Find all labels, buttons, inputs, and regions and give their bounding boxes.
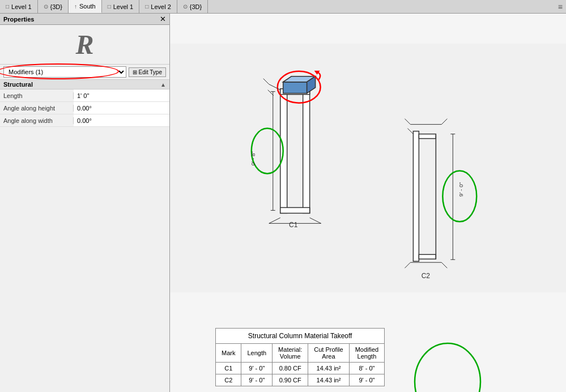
tab-3da[interactable]: ⊙ {3D} bbox=[38, 0, 69, 13]
close-icon[interactable]: ✕ bbox=[160, 15, 166, 23]
tab-level1b[interactable]: □ Level 1 bbox=[102, 0, 140, 13]
properties-title: Properties bbox=[3, 16, 34, 23]
tab-level2[interactable]: □ Level 2 bbox=[139, 0, 177, 13]
svg-text:9' - 0": 9' - 0" bbox=[458, 182, 464, 197]
col-header-mark: Mark bbox=[216, 344, 241, 363]
row1-modified: 8' - 0" bbox=[349, 363, 385, 374]
svg-text:0' - 8": 0' - 8" bbox=[250, 151, 256, 165]
row1-volume: 0.80 CF bbox=[273, 363, 308, 374]
revit-r-logo: R bbox=[75, 29, 93, 60]
right-area: 0' - 8" C1 bbox=[170, 14, 566, 392]
svg-rect-25 bbox=[419, 134, 436, 139]
prop-angle-width-row: Angle along width 0.00° bbox=[0, 114, 169, 127]
structural-section-header[interactable]: Structural ▲ bbox=[0, 80, 169, 90]
row2-mark: C2 bbox=[216, 374, 241, 386]
3da-icon: ⊙ bbox=[44, 3, 48, 10]
prop-length-row: Length 1' 0" bbox=[0, 90, 169, 102]
drawing-svg: 0' - 8" C1 bbox=[170, 14, 566, 322]
col-header-length: Length bbox=[241, 344, 273, 363]
row1-mark: C1 bbox=[216, 363, 241, 374]
tab-level1b-label: Level 1 bbox=[113, 3, 133, 10]
row2-volume: 0.90 CF bbox=[273, 374, 308, 386]
tab-level1a[interactable]: □ Level 1 bbox=[0, 0, 38, 13]
south-icon: ↑ bbox=[74, 3, 77, 10]
collapse-icon: ▲ bbox=[160, 82, 166, 88]
row2-modified: 9' - 0" bbox=[349, 374, 385, 386]
tab-3db-label: {3D} bbox=[190, 3, 202, 10]
tab-bar: □ Level 1 ⊙ {3D} ↑ South □ Level 1 □ Lev… bbox=[0, 0, 566, 14]
prop-angle-width-value[interactable]: 0.00° bbox=[74, 114, 169, 126]
row1-area: 14.43 in² bbox=[308, 363, 349, 374]
tab-3db[interactable]: ⊙ {3D} bbox=[177, 0, 208, 13]
svg-rect-4 bbox=[280, 207, 310, 213]
takeoff-table: Structural Column Material Takeoff Mark … bbox=[215, 328, 385, 386]
level2-icon: □ bbox=[145, 3, 148, 10]
prop-angle-height-value[interactable]: 0.00° bbox=[74, 102, 169, 114]
svg-rect-26 bbox=[419, 254, 436, 259]
col-header-modified: ModifiedLength bbox=[349, 344, 385, 363]
row2-length: 9' - 0" bbox=[241, 374, 273, 386]
tab-3da-label: {3D} bbox=[50, 3, 62, 10]
prop-angle-width-label: Angle along width bbox=[0, 117, 74, 124]
prop-angle-height-row: Angle along height 0.00° bbox=[0, 102, 169, 114]
table-title: Structural Column Material Takeoff bbox=[216, 329, 385, 344]
modifiers-dropdown[interactable]: Modifiers (1) bbox=[3, 66, 126, 78]
tab-level1a-label: Level 1 bbox=[11, 3, 31, 10]
edit-type-label: Edit Type bbox=[138, 69, 162, 75]
level1a-icon: □ bbox=[6, 3, 9, 10]
properties-header: Properties ✕ bbox=[0, 14, 169, 25]
tab-south[interactable]: ↑ South bbox=[69, 0, 102, 13]
prop-length-value[interactable]: 1' 0" bbox=[74, 90, 169, 101]
table-row: C2 9' - 0" 0.90 CF 14.43 in² 9' - 0" bbox=[216, 374, 385, 386]
col-header-area: Cut ProfileArea bbox=[308, 344, 349, 363]
svg-rect-24 bbox=[413, 131, 419, 262]
prop-angle-height-label: Angle along height bbox=[0, 105, 74, 112]
c2-label: C2 bbox=[422, 272, 431, 280]
table-area: Structural Column Material Takeoff Mark … bbox=[170, 322, 566, 392]
prop-length-label: Length bbox=[0, 92, 74, 99]
tab-south-label: South bbox=[79, 3, 96, 10]
edit-type-button[interactable]: ⊞ Edit Type bbox=[129, 67, 166, 77]
edit-type-icon: ⊞ bbox=[133, 69, 137, 75]
svg-rect-5 bbox=[283, 82, 307, 93]
structural-section-title: Structural bbox=[3, 81, 33, 88]
tab-level2-label: Level 2 bbox=[151, 3, 171, 10]
tab-bar-menu[interactable]: ≡ bbox=[558, 2, 566, 11]
row2-area: 14.43 in² bbox=[308, 374, 349, 386]
svg-point-40 bbox=[415, 343, 480, 392]
svg-rect-0 bbox=[170, 44, 566, 292]
svg-rect-2 bbox=[303, 89, 310, 214]
properties-panel: Properties ✕ R Modifiers (1) ⊞ Edit Type… bbox=[0, 14, 170, 392]
col-header-volume: Material:Volume bbox=[273, 344, 308, 363]
drawing-area: 0' - 8" C1 bbox=[170, 14, 566, 322]
table-row: C1 9' - 0" 0.80 CF 14.43 in² 8' - 0" bbox=[216, 363, 385, 374]
level1b-icon: □ bbox=[108, 3, 111, 10]
c1-label: C1 bbox=[289, 221, 298, 229]
revit-logo-area: R bbox=[0, 25, 169, 65]
modifiers-row: Modifiers (1) ⊞ Edit Type bbox=[0, 65, 169, 80]
3db-icon: ⊙ bbox=[183, 3, 188, 10]
main-area: Properties ✕ R Modifiers (1) ⊞ Edit Type… bbox=[0, 14, 566, 392]
row1-length: 9' - 0" bbox=[241, 363, 273, 374]
